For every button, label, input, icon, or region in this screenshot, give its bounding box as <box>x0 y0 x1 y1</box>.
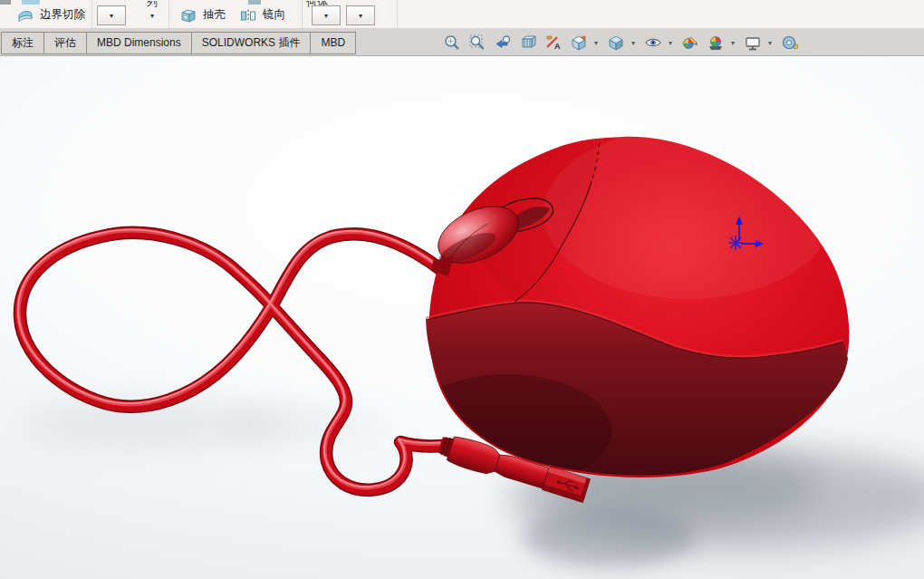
heads-up-view-toolbar: A ▾ ▾ <box>442 32 800 53</box>
ribbon-separator <box>302 0 303 28</box>
apply-scene-icon <box>707 34 725 52</box>
edit-appearance-icon <box>681 34 699 52</box>
ribbon-separator <box>397 0 398 28</box>
view-orientation-dropdown[interactable]: ▾ <box>592 33 601 53</box>
mouse-model[interactable] <box>403 127 849 487</box>
mirror-label: 镜向 <box>263 7 285 23</box>
ribbon-toolbar: 列 何体 边界切除 ▾ ▾ 抽壳 <box>0 0 924 29</box>
origin-point <box>728 236 743 250</box>
display-style-button[interactable] <box>606 33 626 53</box>
tab-mbd[interactable]: MBD <box>311 33 355 53</box>
boundary-cut-icon <box>16 6 34 24</box>
display-style-dropdown[interactable]: ▾ <box>629 33 638 53</box>
shell-icon <box>179 6 197 24</box>
hide-show-items-icon <box>644 34 662 52</box>
command-tab-bar: 标注 评估 MBD Dimensions SOLIDWORKS 插件 MBD <box>0 29 924 56</box>
hide-show-items-dropdown[interactable]: ▾ <box>666 33 675 53</box>
view-settings-icon <box>744 34 762 52</box>
measure-button[interactable] <box>780 33 800 53</box>
tab-evaluate[interactable]: 评估 <box>44 33 87 53</box>
previous-view-icon <box>494 34 512 52</box>
tab-mbd-dimensions[interactable]: MBD Dimensions <box>87 33 192 53</box>
display-style-icon <box>607 34 625 52</box>
view-settings-dropdown[interactable]: ▾ <box>765 33 775 53</box>
zoom-to-fit-icon <box>443 34 461 52</box>
edit-appearance-button[interactable] <box>680 33 700 53</box>
apply-scene-button[interactable] <box>706 33 726 53</box>
view-orientation-icon <box>570 34 588 52</box>
tab-solidworks-addins[interactable]: SOLIDWORKS 插件 <box>192 33 312 53</box>
apply-scene-dropdown[interactable]: ▾ <box>728 33 737 53</box>
ribbon-separator <box>91 0 92 28</box>
hide-annotations-button[interactable]: A <box>544 33 563 53</box>
cutoff-icon-sliver <box>0 0 11 5</box>
svg-text:A: A <box>554 42 561 51</box>
fillet-dropdown[interactable]: ▾ <box>97 5 126 25</box>
reference-geometry-dropdown[interactable]: ▾ <box>312 5 341 25</box>
tab-annotation[interactable]: 标注 <box>2 33 44 53</box>
section-view-button[interactable] <box>518 33 538 53</box>
boundary-cut-label: 边界切除 <box>40 7 85 23</box>
mirror-button[interactable]: 镜向 <box>236 3 289 27</box>
ribbon-separator <box>168 0 169 28</box>
view-settings-button[interactable] <box>743 33 763 53</box>
zoom-to-area-icon <box>468 34 486 52</box>
pattern-dropdown[interactable]: ▾ <box>138 5 167 25</box>
curves-dropdown[interactable]: ▾ <box>346 5 375 25</box>
view-orientation-button[interactable] <box>569 33 589 53</box>
graphics-viewport[interactable] <box>0 56 924 579</box>
shell-button[interactable]: 抽壳 <box>176 3 229 27</box>
boundary-cut-button[interactable]: 边界切除 <box>13 3 89 27</box>
usb-cable[interactable] <box>18 229 442 489</box>
previous-view-button[interactable] <box>493 33 513 53</box>
hide-show-items-button[interactable] <box>643 33 663 53</box>
command-tabs: 标注 评估 MBD Dimensions SOLIDWORKS 插件 MBD <box>1 32 356 54</box>
zoom-to-area-button[interactable] <box>467 33 487 53</box>
viewport-canvas <box>0 56 924 579</box>
zoom-to-fit-button[interactable] <box>442 33 462 53</box>
solidworks-window: 列 何体 边界切除 ▾ ▾ 抽壳 <box>0 0 924 579</box>
measure-icon <box>781 34 799 52</box>
shell-label: 抽壳 <box>203 7 226 23</box>
mirror-icon <box>239 6 257 24</box>
hide-annotations-icon: A <box>544 34 563 52</box>
section-view-icon <box>519 34 537 52</box>
